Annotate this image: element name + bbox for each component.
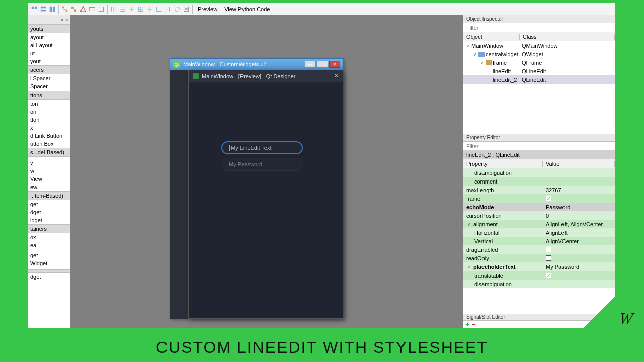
view-python-code-link[interactable]: View Python Code (221, 3, 273, 15)
svg-rect-7 (66, 10, 68, 12)
widget-box-item[interactable]: yout (28, 57, 70, 65)
widget-box-item[interactable]: ttons (28, 90, 70, 100)
preview-window[interactable]: MainWindow - [Preview] - Qt Designer ✕ M… (188, 70, 343, 319)
svg-rect-4 (50, 6, 52, 12)
toolbar-icon[interactable] (155, 5, 163, 13)
widget-box-item[interactable]: ox (28, 233, 70, 241)
svg-rect-2 (41, 6, 46, 8)
maximize-button[interactable]: ▢ (317, 61, 328, 68)
toolbar-icon[interactable] (97, 5, 105, 13)
remove-signal-button[interactable]: − (471, 320, 475, 328)
widget-box-item[interactable]: on (28, 108, 70, 116)
toolbar-icon[interactable] (173, 5, 181, 13)
add-signal-button[interactable]: + (465, 320, 469, 328)
toolbar-icon[interactable] (39, 5, 47, 13)
oi-row[interactable]: lineEditQLineEdit (463, 67, 615, 75)
widget-box-item[interactable]: tton (28, 116, 70, 124)
toolbar-icon[interactable] (128, 5, 136, 13)
banner-text: CUSTOM LINEEDIT WITH STYLESHEET (156, 338, 488, 357)
designer-titlebar[interactable]: Qt MainWindow - CustomWidgets.ui* — ▢ ✕ (170, 59, 343, 70)
widget-box-header: ▫× (28, 15, 70, 24)
widget-box-item[interactable]: get (28, 251, 70, 259)
oi-row[interactable]: vMainWindowQMainWindow (463, 41, 615, 50)
widget-box-item[interactable]: dget (28, 273, 70, 281)
widget-box-item[interactable]: ayout (28, 33, 70, 41)
close-button[interactable]: ✕ (329, 61, 340, 68)
oi-row[interactable]: lineEdit_2QLineEdit (463, 75, 615, 84)
preview-title: MainWindow - [Preview] - Qt Designer (202, 73, 295, 79)
widget-box-item[interactable]: idget (28, 216, 70, 224)
property-editor-title: Property Editor (463, 134, 615, 142)
widget-box-item[interactable]: ew (28, 183, 70, 191)
widget-box-item[interactable]: ut (28, 49, 70, 57)
checkbox[interactable] (546, 247, 551, 252)
widget-box-item[interactable]: get (28, 200, 70, 208)
oi-row[interactable]: vcentralwidgetQWidget (463, 50, 615, 58)
preview-titlebar[interactable]: MainWindow - [Preview] - Qt Designer ✕ (189, 70, 343, 82)
lineedit-1[interactable]: My LineEdit Text (221, 141, 303, 154)
widget-box-item[interactable]: youts (28, 24, 70, 33)
widget-box-item[interactable]: tainers (28, 224, 70, 233)
designer-window[interactable]: Qt MainWindow - CustomWidgets.ui* — ▢ ✕ … (170, 58, 344, 319)
widget-box-item[interactable]: w (28, 167, 70, 175)
oi-row[interactable]: vframeQFrame (463, 58, 615, 67)
widget-box-item[interactable]: s...del-Based) (28, 148, 70, 157)
preview-link[interactable]: Preview (195, 3, 220, 15)
oi-body[interactable]: vMainWindowQMainWindowvcentralwidgetQWid… (463, 41, 615, 134)
pe-row[interactable]: maxLength32767 (463, 186, 615, 194)
pe-row[interactable]: readOnly (463, 254, 615, 262)
pe-filter-input[interactable] (463, 142, 615, 150)
toolbar-icon[interactable] (48, 5, 56, 13)
object-inspector-filter[interactable] (463, 23, 615, 32)
widget-box-item[interactable]: ...tem-Based) (28, 191, 70, 200)
pe-row[interactable]: echoModePassword (463, 203, 615, 211)
preview-close-icon[interactable]: ✕ (334, 73, 339, 79)
widget-box-item[interactable]: v (28, 159, 70, 167)
toolbar-icon[interactable] (146, 5, 154, 13)
toolbar-icon[interactable] (79, 5, 87, 13)
checkbox[interactable]: ✓ (546, 196, 551, 201)
checkbox[interactable] (546, 255, 551, 261)
design-canvas[interactable]: Qt MainWindow - CustomWidgets.ui* — ▢ ✕ … (70, 15, 463, 328)
pe-row[interactable]: disambiguation (463, 168, 615, 177)
pe-header: Property Value (463, 159, 615, 168)
pe-row[interactable]: cursorPosition0 (463, 211, 615, 220)
property-editor-filter[interactable] (463, 142, 615, 151)
separator (58, 5, 59, 14)
widget-box-item[interactable]: al Layout (28, 41, 70, 49)
toolbar-icon[interactable] (61, 5, 69, 13)
widget-box-item[interactable]: View (28, 175, 70, 183)
toolbar-icon[interactable] (137, 5, 145, 13)
widget-box-item[interactable]: l Spacer (28, 74, 70, 82)
widget-box-item[interactable]: dget (28, 208, 70, 216)
widget-box-item[interactable]: ea (28, 241, 70, 249)
widget-list[interactable]: youtsayoutal Layoututyoutacersl SpacerSp… (28, 24, 70, 281)
widget-box-item[interactable]: acers (28, 65, 70, 74)
widget-box-item[interactable]: utton Box (28, 140, 70, 148)
preview-icon (193, 73, 199, 79)
toolbar-icon[interactable] (30, 5, 38, 13)
widget-box-item[interactable]: Spacer (28, 82, 70, 90)
pe-row[interactable]: VerticalAlignVCenter (463, 237, 615, 245)
checkbox[interactable]: ✓ (546, 273, 551, 278)
pe-row[interactable]: frame✓ (463, 194, 615, 203)
widget-box-item[interactable]: ton (28, 100, 70, 108)
toolbar-icon[interactable] (88, 5, 96, 13)
toolbar-icon[interactable] (182, 5, 190, 13)
lineedit-2[interactable]: My Password (221, 158, 303, 171)
oi-filter-input[interactable] (463, 23, 615, 32)
minimize-button[interactable]: — (305, 61, 316, 68)
svg-point-9 (74, 9, 76, 12)
pe-row[interactable]: dragEnabled (463, 245, 615, 254)
toolbar-icon[interactable] (119, 5, 127, 13)
toolbar-icon[interactable] (164, 5, 172, 13)
widget-box-item[interactable]: Widget (28, 259, 70, 267)
pe-row[interactable]: HorizontalAlignLeft (463, 228, 615, 237)
toolbar-icon[interactable] (110, 5, 118, 13)
toolbar-icon[interactable] (70, 5, 78, 13)
pe-row[interactable]: comment (463, 177, 615, 186)
pe-row[interactable]: valignmentAlignLeft, AlignVCenter (463, 220, 615, 228)
widget-box-item[interactable]: x (28, 124, 70, 132)
oi-head-object: Object (463, 34, 520, 40)
widget-box-item[interactable]: d Link Button (28, 132, 70, 140)
